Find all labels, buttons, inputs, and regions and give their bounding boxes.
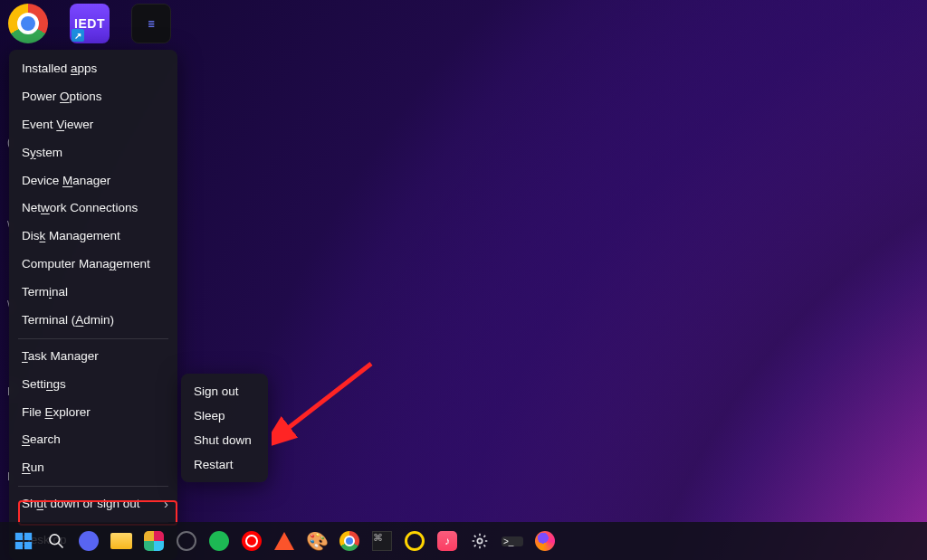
taskbar-chrome[interactable] xyxy=(337,528,362,554)
taskbar-brave[interactable] xyxy=(272,528,297,554)
menu-power-options[interactable]: Power Options xyxy=(9,83,177,111)
menu-event-viewer[interactable]: Event Viewer xyxy=(9,111,177,139)
menu-terminal[interactable]: Terminal xyxy=(9,279,177,307)
iedt-desktop-icon[interactable]: IEDT ↗ xyxy=(70,4,110,43)
dark-app-desktop-icon[interactable]: ≣ xyxy=(131,4,171,43)
desktop-icons-row: IEDT ↗ ≣ xyxy=(8,4,171,43)
terminal-icon: >_ xyxy=(502,536,523,546)
taskbar: 🎨 ⌘ ♪ >_ xyxy=(0,522,927,560)
menu-disk-management[interactable]: Disk Management xyxy=(9,223,177,251)
spotify-icon xyxy=(209,531,229,551)
taskbar-terminal[interactable]: >_ xyxy=(500,528,525,554)
menu-installed-apps[interactable]: Installed apps xyxy=(9,55,177,83)
submenu-sleep[interactable]: Sleep xyxy=(181,403,268,428)
taskbar-obs[interactable] xyxy=(174,528,199,554)
taskbar-youtube-music[interactable] xyxy=(239,528,264,554)
chrome-icon xyxy=(339,531,359,551)
gear-icon xyxy=(471,532,489,550)
svg-line-6 xyxy=(59,544,63,548)
winx-context-menu[interactable]: Installed apps Power Options Event Viewe… xyxy=(9,50,177,560)
discord-icon xyxy=(79,531,99,551)
menu-device-manager[interactable]: Device Manager xyxy=(9,167,177,195)
apple-music-icon: ♪ xyxy=(437,531,457,551)
taskbar-yellow-ring[interactable] xyxy=(402,528,427,554)
start-icon xyxy=(14,531,33,551)
svg-rect-4 xyxy=(24,542,32,549)
kitty-icon: ⌘ xyxy=(372,531,392,551)
taskbar-settings[interactable] xyxy=(467,528,492,554)
paint-icon: 🎨 xyxy=(306,530,329,552)
menu-computer-management[interactable]: Computer Management xyxy=(9,251,177,279)
menu-system[interactable]: System xyxy=(9,139,177,167)
search-icon xyxy=(47,532,65,550)
menu-search[interactable]: Search xyxy=(9,426,177,454)
brave-icon xyxy=(274,532,294,550)
svg-rect-3 xyxy=(15,542,23,549)
svg-rect-2 xyxy=(24,533,32,540)
taskbar-search[interactable] xyxy=(43,528,69,554)
menu-terminal-admin[interactable]: Terminal (Admin) xyxy=(9,307,177,335)
menu-run[interactable]: Run xyxy=(9,454,177,482)
chrome-desktop-icon[interactable] xyxy=(8,4,48,43)
obs-icon xyxy=(177,531,196,551)
ring-icon xyxy=(405,531,425,551)
svg-point-7 xyxy=(477,538,482,543)
start-button[interactable] xyxy=(11,528,36,554)
menu-shutdown-signout[interactable]: Shut down or sign out xyxy=(9,490,177,518)
menu-separator xyxy=(18,338,168,339)
taskbar-spotify[interactable] xyxy=(206,528,232,554)
youtube-music-icon xyxy=(242,531,262,551)
submenu-restart[interactable]: Restart xyxy=(181,452,268,477)
firefox-icon xyxy=(535,531,555,551)
taskbar-firefox[interactable] xyxy=(532,528,558,554)
submenu-sign-out[interactable]: Sign out xyxy=(181,379,268,403)
menu-network-connections[interactable]: Network Connections xyxy=(9,195,177,223)
taskbar-apple-music[interactable]: ♪ xyxy=(435,528,460,554)
menu-settings[interactable]: Settings xyxy=(9,371,177,399)
taskbar-discord[interactable] xyxy=(76,528,101,554)
submenu-shut-down[interactable]: Shut down xyxy=(181,428,268,452)
dark-app-glyph: ≣ xyxy=(148,19,155,29)
folder-icon xyxy=(110,533,132,549)
svg-rect-1 xyxy=(15,533,23,540)
svg-point-5 xyxy=(50,535,60,545)
taskbar-kitty[interactable]: ⌘ xyxy=(369,528,395,554)
menu-separator xyxy=(18,486,168,487)
slack-icon xyxy=(144,531,164,551)
taskbar-file-explorer[interactable] xyxy=(109,528,134,554)
shortcut-arrow-icon: ↗ xyxy=(72,29,84,42)
shutdown-submenu[interactable]: Sign out Sleep Shut down Restart xyxy=(181,374,268,482)
taskbar-slack[interactable] xyxy=(141,528,167,554)
taskbar-paint[interactable]: 🎨 xyxy=(304,528,330,554)
menu-task-manager[interactable]: Task Manager xyxy=(9,343,177,371)
menu-file-explorer[interactable]: File Explorer xyxy=(9,399,177,427)
